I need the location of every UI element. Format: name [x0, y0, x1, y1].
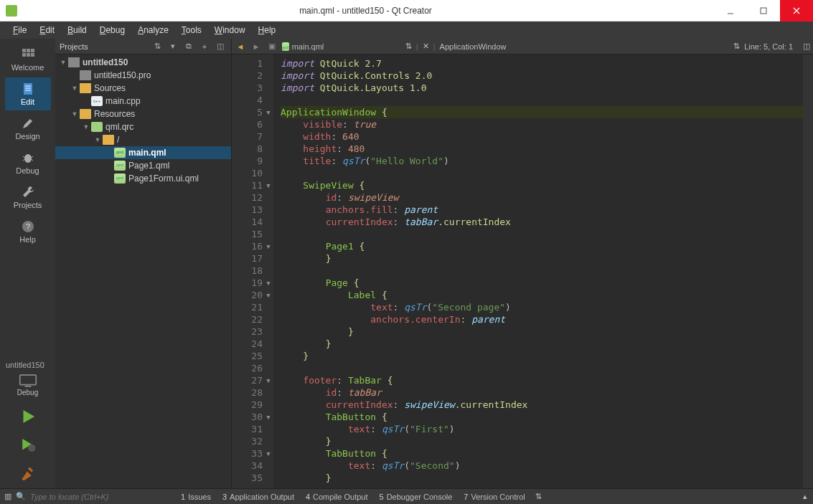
close-file-button[interactable]: ✕ — [423, 42, 429, 51]
tree-item[interactable]: Page1Form.ui.qml — [55, 172, 231, 185]
mode-projects[interactable]: Projects — [5, 181, 51, 214]
code-line[interactable] — [281, 94, 803, 106]
code-line[interactable] — [281, 265, 803, 277]
mode-welcome[interactable]: Welcome — [5, 43, 51, 76]
menu-file[interactable]: File — [7, 24, 32, 37]
output-pane-application-output[interactable]: 3 Application Output — [217, 493, 300, 501]
menu-help[interactable]: Help — [253, 24, 282, 37]
code-line[interactable]: footer: TabBar { — [281, 374, 803, 386]
open-file-selector[interactable]: main.qml — [282, 42, 324, 51]
menu-debug[interactable]: Debug — [94, 24, 131, 37]
code-line[interactable]: Page1 { — [281, 240, 803, 252]
editor-toolbar: ◄ ► ▣ main.qml ⇅ | ✕ | ApplicationWindow… — [232, 39, 813, 54]
line-col-indicator[interactable]: Line: 5, Col: 1 — [744, 42, 793, 51]
code-line[interactable]: } — [281, 350, 803, 362]
code-line[interactable]: text: qsTr("Second") — [281, 460, 803, 472]
breadcrumb[interactable]: ApplicationWindow — [440, 42, 507, 51]
tree-item[interactable]: ▼qml.qrc — [55, 120, 231, 133]
code-line[interactable]: id: swipeView — [281, 191, 803, 204]
code-line[interactable]: Label { — [281, 289, 803, 301]
code-line[interactable]: height: 480 — [281, 143, 803, 155]
updown-icon[interactable]: ⇅ — [151, 40, 164, 53]
expand-icon[interactable]: ▴ — [797, 492, 813, 501]
project-tree[interactable]: ▼untitled150untitled150.pro▼Sourcesmain.… — [55, 54, 231, 488]
menu-window[interactable]: Window — [209, 24, 251, 37]
code-line[interactable]: text: qsTr("First") — [281, 423, 803, 435]
run-button[interactable] — [14, 405, 42, 428]
tree-item[interactable]: ▼Sources — [55, 82, 231, 95]
code-line[interactable]: } — [281, 472, 803, 484]
tree-item[interactable]: Page1.qml — [55, 159, 231, 172]
split-icon[interactable]: ◫ — [214, 40, 227, 53]
split-editor-icon[interactable]: ◫ — [803, 42, 810, 51]
code-line[interactable]: } — [281, 252, 803, 265]
folder-icon — [80, 83, 91, 93]
menu-analyze[interactable]: Analyze — [132, 24, 174, 37]
sidebar-toggle-icon[interactable]: ▥ — [4, 492, 11, 501]
code-line[interactable]: TabButton { — [281, 447, 803, 460]
menu-build[interactable]: Build — [62, 24, 93, 37]
output-pane-debugger-console[interactable]: 5 Debugger Console — [374, 493, 459, 501]
svg-point-14 — [24, 154, 32, 163]
code-line[interactable] — [281, 167, 803, 179]
menu-edit[interactable]: Edit — [34, 24, 60, 37]
wrench-icon — [21, 185, 35, 199]
code-line[interactable]: anchors.fill: parent — [281, 204, 803, 216]
tree-item[interactable]: ▼untitled150 — [55, 56, 231, 69]
output-pane-version-control[interactable]: 7 Version Control — [458, 493, 530, 501]
code-line[interactable]: import QtQuick.Controls 2.0 — [281, 70, 803, 82]
code-line[interactable]: import QtQuick.Layouts 1.0 — [281, 82, 803, 94]
code-line[interactable]: width: 640 — [281, 130, 803, 143]
menu-tools[interactable]: Tools — [176, 24, 207, 37]
code-line[interactable]: SwipeView { — [281, 179, 803, 191]
run-debug-button[interactable] — [14, 434, 42, 457]
add-icon[interactable]: + — [198, 40, 211, 53]
line-number-gutter[interactable]: 12345▼67891011▼1213141516▼171819▼20▼2122… — [232, 54, 273, 488]
tree-item[interactable]: untitled150.pro — [55, 69, 231, 82]
code-line[interactable]: } — [281, 435, 803, 447]
updown-icon[interactable]: ⇅ — [531, 492, 546, 501]
updown-icon[interactable]: ⇅ — [405, 42, 412, 51]
code-line[interactable]: Page { — [281, 277, 803, 289]
code-line[interactable]: } — [281, 325, 803, 338]
code-line[interactable]: ApplicationWindow { — [281, 106, 803, 118]
minimize-button[interactable] — [714, 0, 747, 22]
tree-item[interactable]: ▼/ — [55, 133, 231, 146]
locator-input[interactable] — [30, 493, 152, 501]
code-line[interactable]: } — [281, 338, 803, 350]
vertical-scrollbar[interactable] — [803, 54, 813, 488]
code-line[interactable]: title: qsTr("Hello World") — [281, 155, 803, 167]
output-pane-compile-output[interactable]: 4 Compile Output — [300, 493, 374, 501]
code-line[interactable]: TabButton { — [281, 411, 803, 423]
code-editor[interactable]: 12345▼67891011▼1213141516▼171819▼20▼2122… — [232, 54, 813, 488]
filter-icon[interactable]: ▾ — [166, 40, 179, 53]
code-text[interactable]: import QtQuick 2.7import QtQuick.Control… — [273, 54, 803, 488]
output-pane-issues[interactable]: 1 Issues — [175, 493, 217, 501]
nav-forward-button[interactable]: ► — [250, 42, 262, 51]
code-line[interactable]: import QtQuick 2.7 — [281, 57, 803, 70]
code-line[interactable] — [281, 228, 803, 240]
tree-item[interactable]: main.qml — [55, 146, 231, 159]
maximize-button[interactable] — [747, 0, 780, 22]
bookmark-icon[interactable]: ▣ — [266, 42, 278, 51]
code-line[interactable]: text: qsTr("Second page") — [281, 301, 803, 313]
kit-selector[interactable]: Debug — [6, 371, 50, 399]
code-line[interactable]: id: tabBar — [281, 386, 803, 399]
svg-rect-9 — [31, 53, 34, 57]
link-icon[interactable]: ⧉ — [182, 40, 195, 53]
mode-help[interactable]: ? Help — [5, 215, 51, 248]
tree-item[interactable]: ▼Resources — [55, 108, 231, 120]
mode-design[interactable]: Design — [5, 112, 51, 145]
build-button[interactable] — [14, 462, 42, 485]
mode-debug[interactable]: Debug — [5, 146, 51, 179]
code-line[interactable]: currentIndex: tabBar.currentIndex — [281, 216, 803, 228]
mode-edit[interactable]: Edit — [5, 77, 51, 110]
nav-back-button[interactable]: ◄ — [235, 42, 246, 51]
code-line[interactable]: anchors.centerIn: parent — [281, 313, 803, 325]
tree-item[interactable]: main.cpp — [55, 95, 231, 108]
updown-icon[interactable]: ⇅ — [733, 42, 740, 51]
close-button[interactable] — [780, 0, 813, 22]
code-line[interactable] — [281, 362, 803, 374]
code-line[interactable]: visible: true — [281, 118, 803, 130]
code-line[interactable]: currentIndex: swipeView.currentIndex — [281, 399, 803, 411]
